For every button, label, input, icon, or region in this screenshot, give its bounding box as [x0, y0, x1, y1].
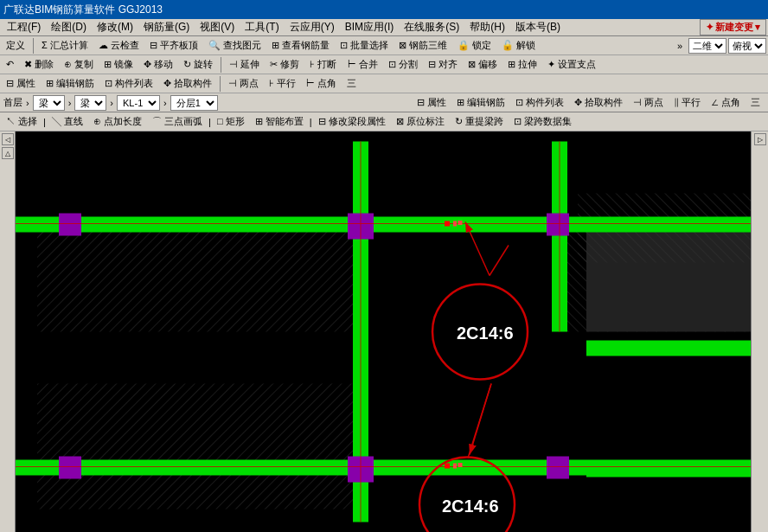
- menu-item-gangjinliang[interactable]: 钢筋量(G): [138, 20, 195, 35]
- toolbar-row1: 定义 Σ 汇总计算 ☁ 云检查 ⊟ 平齐板顶 🔍 查找图元 ⊞ 查看钢筋量 ⊡ …: [0, 36, 768, 55]
- set-support-btn[interactable]: ✦ 设置支点: [543, 56, 600, 73]
- parallel-btn[interactable]: ⊦ 平行: [265, 75, 300, 92]
- svg-rect-24: [458, 221, 462, 225]
- rebar-3d-btn[interactable]: ⊠ 钢筋三维: [394, 37, 451, 54]
- title-bar: 广联达BIM钢筋算量软件 GGJ2013: [0, 0, 768, 19]
- levelboard-btn[interactable]: ⊟ 平齐板顶: [145, 37, 202, 54]
- subtype-select[interactable]: 梁: [74, 95, 106, 111]
- menu-item-zaixianfuwu[interactable]: 在线服务(S): [399, 20, 464, 35]
- stretch-btn[interactable]: ⊞ 拉伸: [503, 56, 541, 73]
- svg-rect-17: [59, 457, 81, 479]
- menu-item-gongju[interactable]: 工具(T): [240, 20, 284, 35]
- merge-btn[interactable]: ⊢ 合并: [343, 56, 382, 73]
- summary-btn[interactable]: Σ 汇总计算: [37, 37, 93, 54]
- edit-rebar-bar-btn[interactable]: ⊞ 编辑钢筋: [452, 94, 509, 111]
- point-angle-btn[interactable]: ⊢ 点角: [302, 75, 341, 92]
- sep-draw1: |: [43, 117, 46, 127]
- view-mode-select[interactable]: 二维 三维: [688, 38, 726, 54]
- separator-type: ›: [68, 98, 72, 108]
- menu-item-huitu[interactable]: 绘图(D): [46, 20, 92, 35]
- menu-item-shitu[interactable]: 视图(V): [195, 20, 240, 35]
- menu-item-bimyingyong[interactable]: BIM应用(I): [340, 20, 400, 35]
- parallel-bar-btn[interactable]: ∥ 平行: [669, 94, 705, 111]
- element-select[interactable]: KL-1: [117, 95, 160, 111]
- layer-select[interactable]: 分层1: [170, 95, 218, 111]
- svg-rect-13: [586, 462, 751, 478]
- select-btn[interactable]: ↖ 选择: [2, 113, 42, 130]
- svg-text:2C14:6: 2C14:6: [442, 497, 499, 516]
- break-btn[interactable]: ⊦ 打断: [305, 56, 341, 73]
- pick-element-btn[interactable]: ✥ 拾取构件: [159, 75, 216, 92]
- svg-rect-25: [445, 464, 450, 469]
- canvas-area[interactable]: 2C14:6 2C14:6: [16, 131, 751, 532]
- svg-rect-27: [458, 464, 462, 467]
- two-point-btn[interactable]: ⊣ 两点: [224, 75, 263, 92]
- delete-btn[interactable]: ✖ 删除: [20, 56, 58, 73]
- rotate-btn[interactable]: ↻ 旋转: [179, 56, 217, 73]
- menu-item-xiugai[interactable]: 修改(M): [92, 20, 138, 35]
- three-btn[interactable]: 三: [342, 75, 361, 92]
- align-btn[interactable]: ⊟ 对齐: [424, 56, 462, 73]
- new-change-button[interactable]: ✦ 新建变更 ▾: [700, 19, 766, 35]
- three-bar-btn[interactable]: 三: [746, 94, 765, 111]
- modify-beam-btn[interactable]: ⊟ 修改梁段属性: [314, 113, 390, 130]
- menu-item-banbenNo[interactable]: 版本号(B): [510, 20, 566, 35]
- sep3: [220, 76, 221, 92]
- view-angle-select[interactable]: 俯视: [728, 38, 766, 54]
- edit-rebar-btn[interactable]: ⊞ 编辑钢筋: [42, 75, 99, 92]
- separator-floor: ›: [26, 98, 29, 108]
- point-length-btn[interactable]: ⊕ 点加长度: [89, 113, 146, 130]
- rect-btn[interactable]: □ 矩形: [213, 113, 249, 130]
- copy-btn[interactable]: ⊕ 复制: [60, 56, 98, 73]
- new-change-icon: ✦: [706, 22, 714, 33]
- menu-item-gongcheng[interactable]: 工程(F): [2, 20, 46, 35]
- sep1: [33, 38, 34, 54]
- props-btn[interactable]: ⊟ 属性: [2, 75, 40, 92]
- split-btn[interactable]: ⊡ 分割: [384, 56, 422, 73]
- sidebar-btn-2[interactable]: △: [2, 147, 14, 159]
- define-btn[interactable]: 定义: [2, 37, 29, 54]
- lock-btn[interactable]: 🔒 锁定: [453, 37, 496, 54]
- two-point-bar-btn[interactable]: ⊣ 两点: [629, 94, 668, 111]
- sep2: [221, 57, 221, 73]
- svg-rect-26: [453, 464, 457, 469]
- type-select[interactable]: 梁: [33, 95, 65, 111]
- expand-btn[interactable]: »: [673, 39, 687, 53]
- toolbar-row3: ⊟ 属性 ⊞ 编辑钢筋 ⊡ 构件列表 ✥ 拾取构件 ⊣ 两点 ⊦ 平行 ⊢ 点角…: [0, 74, 768, 93]
- drawing-canvas: 2C14:6 2C14:6: [16, 131, 751, 532]
- element-list-btn[interactable]: ⊡ 构件列表: [100, 75, 157, 92]
- sep-draw3: |: [310, 117, 312, 127]
- arc-btn[interactable]: ⌒ 三点画弧: [148, 113, 207, 130]
- props-bar-attr-btn[interactable]: ⊟ 属性: [413, 94, 451, 111]
- menu-item-yunyingyong[interactable]: 云应用(Y): [285, 20, 340, 35]
- mirror-btn[interactable]: ⊞ 镜像: [99, 56, 138, 73]
- element-list-bar-btn[interactable]: ⊡ 构件列表: [511, 94, 568, 111]
- smart-place-btn[interactable]: ⊞ 智能布置: [251, 113, 308, 130]
- reretrieve-btn[interactable]: ↻ 重提梁跨: [451, 113, 508, 130]
- svg-rect-12: [586, 341, 751, 356]
- undo-btn[interactable]: ↶: [2, 57, 18, 72]
- toolbar-row2: ↶ ✖ 删除 ⊕ 复制 ⊞ 镜像 ✥ 移动 ↻ 旋转 ⊣ 延伸 ✂ 修剪 ⊦ 打…: [0, 55, 768, 74]
- original-mark-btn[interactable]: ⊠ 原位标注: [392, 113, 449, 130]
- move-btn[interactable]: ✥ 移动: [139, 56, 177, 73]
- right-panel-btn[interactable]: ▷: [754, 133, 766, 145]
- sidebar-btn-1[interactable]: ◁: [2, 133, 14, 145]
- app-title: 广联达BIM钢筋算量软件 GGJ2013: [3, 3, 163, 17]
- cloud-check-btn[interactable]: ☁ 云检查: [94, 37, 144, 54]
- svg-rect-22: [445, 221, 450, 227]
- offset-btn[interactable]: ⊠ 偏移: [464, 56, 502, 73]
- menu-item-bangzhu[interactable]: 帮助(H): [464, 20, 510, 35]
- batch-select-btn[interactable]: ⊡ 批量选择: [336, 37, 393, 54]
- pick-bar-btn[interactable]: ✥ 拾取构件: [570, 94, 627, 111]
- trim-btn[interactable]: ✂ 修剪: [266, 56, 304, 73]
- unlock-btn[interactable]: 🔓 解锁: [497, 37, 540, 54]
- beam-data-btn[interactable]: ⊡ 梁跨数据集: [509, 113, 576, 130]
- find-element-btn[interactable]: 🔍 查找图元: [204, 37, 266, 54]
- line-btn[interactable]: ╲ 直线: [48, 113, 87, 130]
- point-angle-bar-btn[interactable]: ∠ 点角: [707, 94, 745, 111]
- props-bar: 首层 › 梁 › 梁 › KL-1 › 分层1 ⊟ 属性 ⊞ 编辑钢筋 ⊡ 构件…: [0, 93, 768, 112]
- extend-btn[interactable]: ⊣ 延伸: [225, 56, 264, 73]
- view-rebar-btn[interactable]: ⊞ 查看钢筋量: [267, 37, 334, 54]
- main-area: ◁ △: [0, 131, 768, 532]
- svg-rect-23: [453, 221, 457, 227]
